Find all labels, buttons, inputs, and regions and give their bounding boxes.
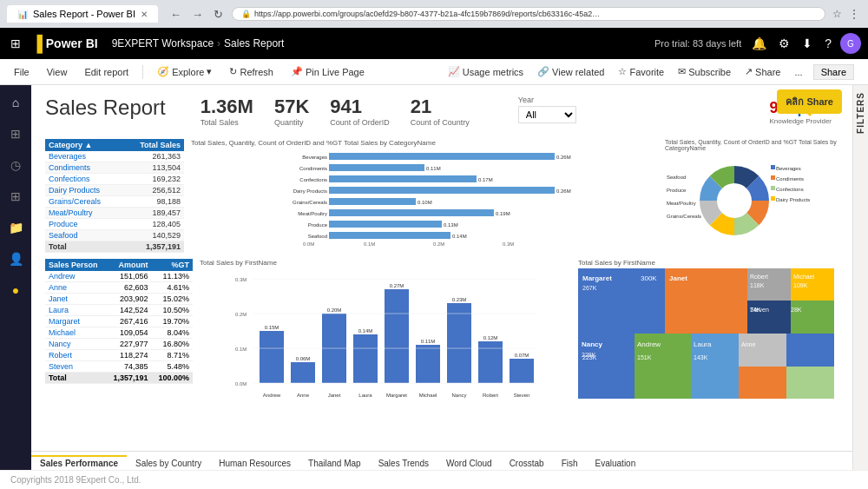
sales-pct: 11.13% <box>152 271 193 282</box>
download-btn[interactable]: ⬇ <box>799 35 816 52</box>
sidebar-home-icon[interactable]: ⌂ <box>9 92 23 113</box>
svg-text:Nancy: Nancy <box>582 340 603 348</box>
tab-word-cloud[interactable]: Word Cloud <box>437 455 501 470</box>
sales-pct: 16.80% <box>152 339 193 350</box>
toolbar-explore[interactable]: 🧭 Explore ▾ <box>154 64 215 79</box>
treemap-svg: Margaret 267K Janet Robert Michael S <box>578 268 834 399</box>
browser-actions: ☆ ⋮ <box>831 6 861 22</box>
svg-text:0.1M: 0.1M <box>235 347 247 352</box>
category-name: Grains/Cereals <box>45 196 122 208</box>
help-btn[interactable]: ? <box>821 35 835 52</box>
tab-crosstab[interactable]: Crosstab <box>501 455 553 470</box>
svg-text:Meat/Poultry: Meat/Poultry <box>667 201 696 206</box>
tab-sales-performance[interactable]: Sales Performance <box>31 455 127 470</box>
filter-panel: FILTERS <box>852 85 868 470</box>
amount-col: Amount <box>106 259 151 271</box>
back-btn[interactable]: ← <box>167 6 185 23</box>
forward-btn[interactable]: → <box>188 6 207 23</box>
table-row: Dairy Products256,512 <box>45 185 184 196</box>
toolbar-more[interactable]: ... <box>791 65 806 79</box>
table-row: Margaret267,41619.70% <box>45 316 193 327</box>
toolbar-refresh[interactable]: ↻ Refresh <box>226 64 277 79</box>
sidebar-apps-icon[interactable]: ⊞ <box>7 186 24 207</box>
tab-sales-by-country[interactable]: Sales by Country <box>127 455 210 470</box>
svg-text:Dairy Products: Dairy Products <box>293 188 327 194</box>
pin-icon: 📌 <box>291 66 303 77</box>
sidebar-activity-icon[interactable]: ◷ <box>7 155 24 175</box>
notifications-btn[interactable]: 🔔 <box>748 35 770 52</box>
sales-pct: 5.48% <box>152 361 193 373</box>
svg-text:0.3M: 0.3M <box>235 277 247 282</box>
sales-amount: 74,385 <box>106 361 151 373</box>
toolbar-favorite[interactable]: ☆ Favorite <box>615 64 667 79</box>
toolbar-pin[interactable]: 📌 Pin Live Page <box>287 64 368 79</box>
main-container: ⌂ ⊞ ◷ ⊞ 📁 👤 ● Sales Report 1.36M Total S… <box>0 85 868 470</box>
address-bar[interactable]: 🔒 https://app.powerbi.com/groups/ac0efd2… <box>232 7 825 21</box>
tabs-bar: Sales PerformanceSales by CountryHuman R… <box>31 451 852 470</box>
settings-header-btn[interactable]: ⚙ <box>775 35 793 52</box>
year-select[interactable]: All 2016 2017 2018 <box>518 106 576 123</box>
toolbar-view[interactable]: View <box>43 65 71 79</box>
logo-9: 9 <box>769 99 778 116</box>
category-name: Condiments <box>45 162 122 174</box>
svg-text:0.11M: 0.11M <box>421 339 436 344</box>
table-row: Grains/Cereals98,188 <box>45 196 184 208</box>
svg-text:0.1M: 0.1M <box>364 241 375 247</box>
category-sales: 140,529 <box>122 230 184 241</box>
toolbar-edit[interactable]: Edit report <box>81 65 132 79</box>
toolbar-related[interactable]: 🔗 View related <box>534 64 608 79</box>
sales-pct: 4.61% <box>152 282 193 294</box>
svg-text:0.14M: 0.14M <box>452 234 467 239</box>
svg-text:0.2M: 0.2M <box>433 241 444 247</box>
toolbar-share[interactable]: ↗ Share <box>741 64 784 79</box>
total-row: Total1,357,191 <box>45 241 184 253</box>
tab-thailand-map[interactable]: Thailand Map <box>299 455 370 470</box>
svg-text:0.10M: 0.10M <box>418 200 432 205</box>
toolbar-subscribe[interactable]: ✉ Subscribe <box>674 64 734 79</box>
account-btn[interactable]: G <box>840 33 861 54</box>
donut-chart-area: Total Sales, Quantity, Count of OrderID … <box>665 139 838 252</box>
sidebar-workspace-icon[interactable]: 📁 <box>5 217 27 238</box>
total-sales-col-header: Total Sales <box>122 139 184 151</box>
table-row: Robert118,2748.71% <box>45 350 193 361</box>
kpi-order-id-label: Count of OrderID <box>330 118 390 127</box>
svg-text:Seafood: Seafood <box>667 175 686 180</box>
kpi-order-id: 941 Count of OrderID <box>330 96 390 127</box>
tab-evaluation[interactable]: Evaluation <box>587 455 645 470</box>
toolbar-usage[interactable]: 📈 Usage metrics <box>444 64 527 79</box>
svg-rect-18 <box>329 221 442 228</box>
svg-text:Janet: Janet <box>328 393 341 398</box>
svg-text:118K: 118K <box>750 282 765 288</box>
tab-fish[interactable]: Fish <box>553 455 587 470</box>
tab-close-btn[interactable]: ✕ <box>141 10 148 19</box>
kpi-row: Sales Report 1.36M Total Sales 57K Quant… <box>45 96 838 129</box>
svg-rect-44 <box>291 362 315 383</box>
sales-amount: 118,274 <box>106 350 151 361</box>
sidebar-person-icon[interactable]: 👤 <box>5 248 27 269</box>
waffle-menu-btn[interactable]: ⊞ <box>7 35 24 52</box>
settings-btn[interactable]: ⋮ <box>847 6 861 22</box>
tab-sales-trends[interactable]: Sales Trends <box>370 455 437 470</box>
share-panel-btn[interactable]: Share <box>813 64 854 80</box>
svg-rect-15 <box>329 209 494 216</box>
sidebar-yellow-icon[interactable]: ● <box>9 280 23 301</box>
logo-box: 9Expert Knowledge Provider <box>762 96 838 129</box>
svg-text:0.27M: 0.27M <box>390 283 404 288</box>
table-row: Steven74,3855.48% <box>45 361 193 373</box>
table-row: Janet203,90215.02% <box>45 294 193 305</box>
svg-rect-85 <box>747 301 791 334</box>
sales-table: Sales Person Amount %GT Andrew151,05611.… <box>45 259 193 406</box>
tab-human-resources[interactable]: Human Resources <box>210 455 299 470</box>
sales-person-col: Sales Person <box>45 259 106 271</box>
svg-text:0.12M: 0.12M <box>483 335 498 340</box>
workspace-name: 9EXPERT Workspace <box>112 37 214 50</box>
category-name: Dairy Products <box>45 185 122 196</box>
sales-amount: 203,902 <box>106 294 151 305</box>
bookmark-btn[interactable]: ☆ <box>831 6 844 22</box>
browser-tab[interactable]: 📊 Sales Report - Power BI ✕ <box>7 5 158 23</box>
category-table: Category ▲ Total Sales Beverages261,363C… <box>45 139 184 252</box>
table-row: Beverages261,363 <box>45 151 184 162</box>
toolbar-file[interactable]: File <box>10 65 33 79</box>
reload-btn[interactable]: ↻ <box>210 6 227 23</box>
sidebar-search-icon[interactable]: ⊞ <box>7 123 24 144</box>
